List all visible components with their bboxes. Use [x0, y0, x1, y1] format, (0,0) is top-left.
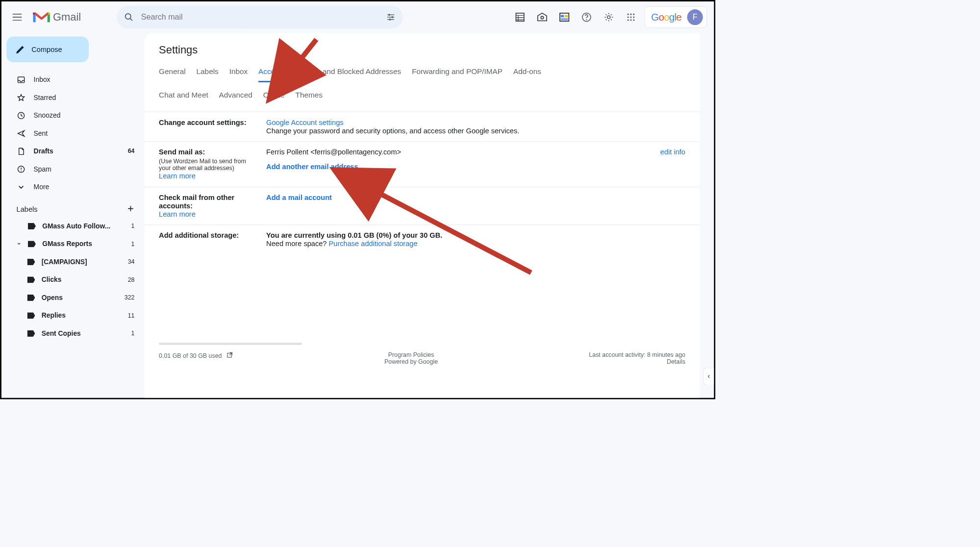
compose-button[interactable]: Compose: [6, 36, 89, 62]
details-link[interactable]: Details: [667, 358, 685, 365]
main-menu-button[interactable]: [9, 9, 26, 26]
tab-chat[interactable]: Chat and Meet: [159, 87, 208, 104]
svg-point-12: [607, 16, 610, 19]
tab-offline[interactable]: Offline: [263, 87, 285, 104]
label-icon: [28, 241, 36, 247]
svg-rect-9: [561, 18, 568, 21]
add-mail-account-link[interactable]: Add a mail account: [266, 194, 332, 201]
sidebar: Compose Inbox Starred Snoozed Sent: [1, 33, 145, 398]
account-switcher[interactable]: Google F: [644, 6, 706, 28]
tab-accounts[interactable]: Accounts: [258, 64, 289, 82]
addon-2-icon[interactable]: [533, 9, 551, 26]
label-item[interactable]: Sent Copies 1: [1, 324, 145, 343]
tab-labels[interactable]: Labels: [197, 64, 219, 82]
storage-scrollbar[interactable]: [159, 343, 302, 345]
tab-forwarding[interactable]: Forwarding and POP/IMAP: [412, 64, 503, 82]
header: Gmail: [1, 1, 714, 33]
compose-label: Compose: [31, 45, 62, 53]
svg-point-16: [627, 16, 628, 18]
addon-1-icon[interactable]: [511, 9, 528, 26]
learn-more-link[interactable]: Learn more: [159, 210, 196, 218]
label-icon: [27, 295, 35, 301]
label-item[interactable]: [CAMPAIGNS] 34: [1, 253, 145, 271]
label-icon: [27, 276, 35, 283]
storage-used: 0.01 GB of 30 GB used: [159, 352, 222, 360]
send-as-identity: Ferris Pollent <ferris@pollentagency.com…: [266, 148, 401, 156]
nav-sent[interactable]: Sent: [1, 124, 145, 143]
nav-drafts[interactable]: Drafts 64: [1, 143, 145, 161]
svg-point-17: [630, 16, 631, 18]
main-content: Settings General Labels Inbox Accounts F…: [145, 33, 700, 398]
clock-icon: [17, 111, 26, 120]
tab-themes[interactable]: Themes: [296, 87, 323, 104]
program-policies-link[interactable]: Program Policies: [388, 351, 434, 358]
inbox-icon: [17, 75, 26, 84]
pencil-icon: [16, 45, 25, 54]
header-actions: Google F: [511, 6, 707, 28]
svg-point-11: [586, 19, 587, 20]
label-icon: [27, 330, 35, 337]
labels-header: Labels: [1, 196, 145, 217]
spam-icon: [17, 165, 26, 174]
apps-grid-icon[interactable]: [622, 9, 639, 26]
label-item[interactable]: Replies 11: [1, 307, 145, 325]
nav-more[interactable]: More: [1, 178, 145, 197]
section-send-mail-as: Send mail as: (Use Wordzen Mail to send …: [145, 142, 700, 187]
svg-point-18: [633, 16, 634, 18]
caret-down-icon[interactable]: [17, 240, 22, 248]
tab-inbox[interactable]: Inbox: [229, 64, 248, 82]
settings-tabs: General Labels Inbox Accounts Filters an…: [145, 64, 700, 82]
nav-snoozed[interactable]: Snoozed: [1, 107, 145, 125]
add-another-email-link[interactable]: Add another email address: [266, 163, 358, 171]
chevron-down-icon: [17, 183, 26, 192]
tab-advanced[interactable]: Advanced: [219, 87, 252, 104]
svg-point-0: [126, 14, 131, 19]
svg-rect-7: [561, 15, 564, 17]
label-icon: [27, 259, 35, 265]
send-icon: [17, 129, 26, 138]
settings-gear-icon[interactable]: [600, 9, 617, 26]
google-account-settings-link[interactable]: Google Account settings: [266, 119, 343, 126]
settings-tabs-row2: Chat and Meet Advanced Offline Themes: [145, 82, 700, 112]
svg-point-25: [21, 171, 22, 172]
avatar[interactable]: F: [687, 9, 703, 25]
label-icon: [28, 223, 36, 229]
svg-point-5: [541, 16, 543, 19]
label-item[interactable]: Clicks 28: [1, 271, 145, 289]
search-bar[interactable]: [117, 6, 403, 29]
section-change-account: Change account settings: Google Account …: [145, 112, 700, 142]
label-item[interactable]: GMass Auto Follow... 1: [1, 217, 145, 235]
addon-3-icon[interactable]: [555, 9, 573, 26]
search-icon[interactable]: [121, 9, 138, 26]
open-external-icon[interactable]: [226, 351, 233, 360]
gmail-logo[interactable]: Gmail: [33, 11, 81, 24]
google-logo: Google: [651, 11, 681, 23]
tab-general[interactable]: General: [159, 64, 186, 82]
learn-more-link[interactable]: Learn more: [159, 172, 196, 180]
side-panel-toggle[interactable]: [703, 368, 714, 385]
gmail-icon: [33, 11, 50, 24]
add-label-icon[interactable]: [126, 205, 134, 215]
footer: 0.01 GB of 30 GB used Program Policies P…: [145, 343, 700, 366]
section-check-mail: Check mail from other accounts: Learn mo…: [145, 187, 700, 225]
svg-point-14: [630, 14, 631, 15]
nav-spam[interactable]: Spam: [1, 160, 145, 178]
support-icon[interactable]: [578, 9, 595, 26]
tab-addons[interactable]: Add-ons: [513, 64, 541, 82]
purchase-storage-link[interactable]: Purchase additional storage: [329, 240, 418, 248]
nav-starred[interactable]: Starred: [1, 89, 145, 107]
svg-point-19: [627, 19, 628, 21]
label-item[interactable]: Opens 322: [1, 289, 145, 307]
section-storage: Add additional storage: You are currentl…: [145, 225, 700, 254]
gmail-logo-text: Gmail: [53, 11, 81, 24]
label-item[interactable]: GMass Reports 1: [1, 235, 145, 253]
nav-inbox[interactable]: Inbox: [1, 71, 145, 89]
svg-point-20: [630, 19, 631, 21]
edit-info-link[interactable]: edit info: [660, 148, 685, 156]
search-options-icon[interactable]: [382, 9, 400, 26]
svg-point-3: [389, 19, 391, 21]
search-input[interactable]: [138, 13, 382, 22]
label-icon: [27, 312, 35, 319]
svg-point-15: [633, 14, 634, 15]
tab-filters[interactable]: Filters and Blocked Addresses: [300, 64, 401, 82]
